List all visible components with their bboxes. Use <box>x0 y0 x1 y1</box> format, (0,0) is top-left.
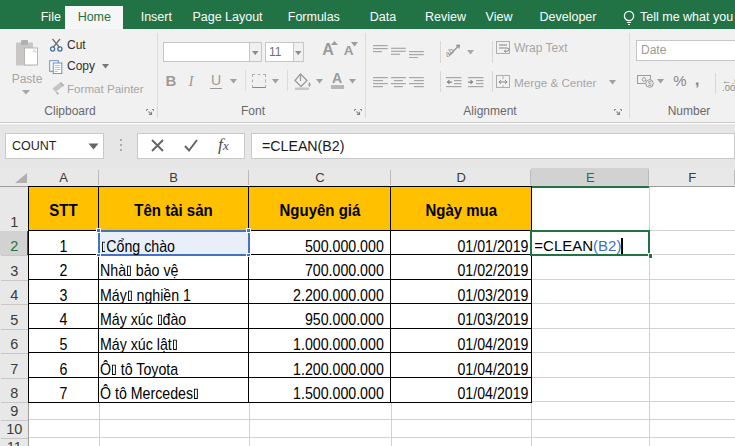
svg-text:$: $ <box>648 80 652 87</box>
svg-text:ab: ab <box>446 45 456 57</box>
